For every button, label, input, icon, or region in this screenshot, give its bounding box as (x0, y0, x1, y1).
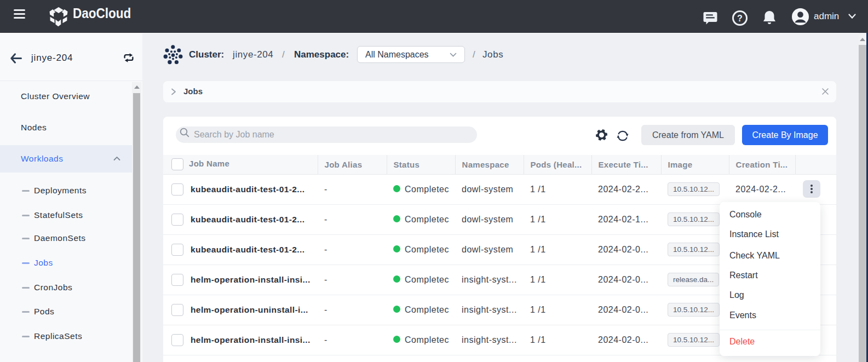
svg-text:?: ? (737, 14, 743, 23)
